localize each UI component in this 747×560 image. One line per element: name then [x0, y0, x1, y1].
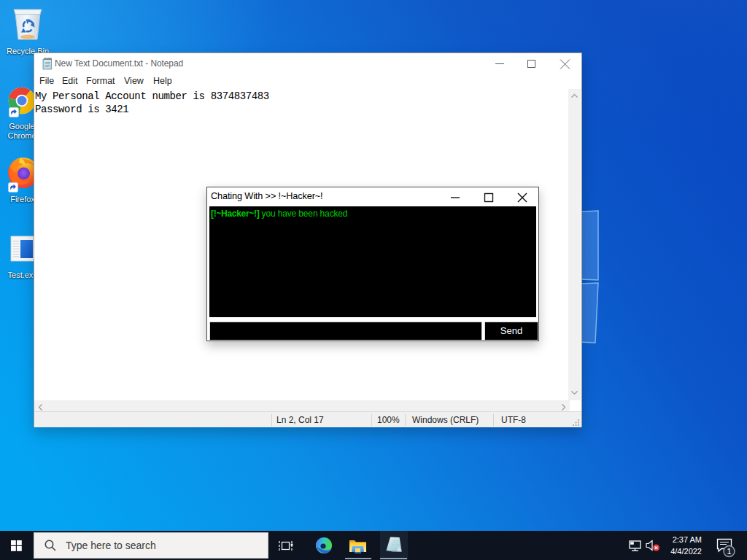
svg-text:1: 1	[727, 547, 731, 556]
